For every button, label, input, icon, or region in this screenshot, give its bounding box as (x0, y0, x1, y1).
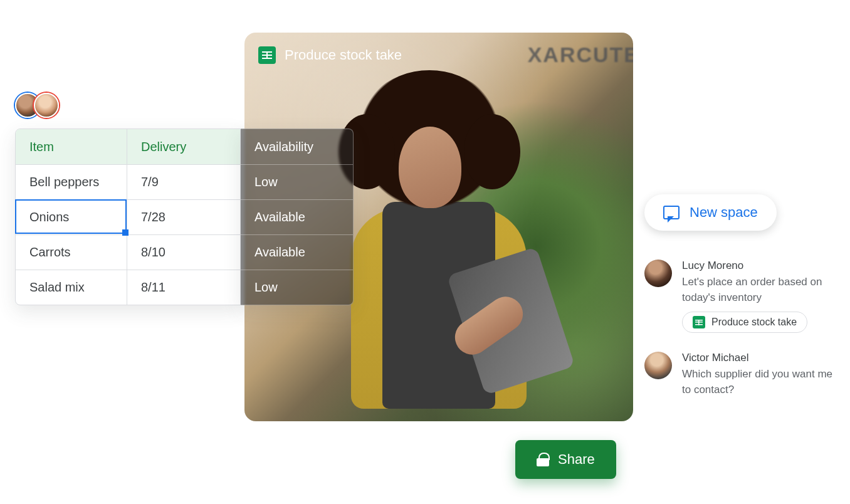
chat-message: Lucy Moreno Let's place an order based o… (644, 260, 832, 333)
share-button-label: Share (558, 451, 595, 468)
message-text: Which supplier did you want me to contac… (682, 367, 832, 397)
cell-availability[interactable]: Low (241, 270, 353, 305)
sheets-icon (693, 316, 705, 328)
table-row[interactable]: Available (241, 234, 353, 270)
cell-delivery[interactable]: 8/11 (127, 270, 240, 305)
cell-availability[interactable]: Available (241, 235, 353, 270)
chat-message: Victor Michael Which supplier did you wa… (644, 352, 832, 397)
collaborator-avatars (15, 93, 53, 118)
cell-item[interactable]: Salad mix (16, 270, 127, 305)
avatar[interactable] (34, 93, 59, 118)
document-title-bar: Produce stock take (258, 46, 402, 64)
header-delivery: Delivery (127, 129, 240, 164)
new-space-label: New space (690, 204, 758, 221)
cell-delivery[interactable]: 8/10 (127, 235, 240, 270)
table-row[interactable]: Salad mix 8/11 (16, 270, 240, 305)
message-author: Victor Michael (682, 352, 832, 364)
avatar[interactable] (644, 352, 672, 379)
table-row[interactable]: Onions 7/28 (16, 199, 240, 234)
header-availability: Availability (241, 129, 353, 164)
new-space-button[interactable]: New space (644, 194, 777, 231)
cell-delivery[interactable]: 7/28 (127, 200, 240, 234)
table-row[interactable]: Low (241, 270, 353, 305)
table-row[interactable]: Carrots 8/10 (16, 234, 240, 270)
background-sign-text: XARCUTE (528, 44, 633, 65)
attachment-chip[interactable]: Produce stock take (682, 312, 807, 333)
sheets-icon (258, 46, 276, 64)
chat-icon (663, 206, 679, 219)
table-row[interactable]: Low (241, 164, 353, 199)
cell-item[interactable]: Carrots (16, 235, 127, 270)
lock-icon (537, 453, 549, 466)
person-figure (326, 70, 552, 409)
header-row: Availability (241, 129, 353, 164)
message-text: Let's place an order based on today's in… (682, 275, 832, 305)
table-row[interactable]: Bell peppers 7/9 (16, 164, 240, 199)
message-author: Lucy Moreno (682, 260, 832, 272)
cell-availability[interactable]: Available (241, 200, 353, 234)
spreadsheet: Item Delivery Bell peppers 7/9 Onions 7/… (15, 129, 354, 305)
cell-item[interactable]: Onions (16, 200, 127, 234)
avatar[interactable] (644, 260, 672, 287)
share-button[interactable]: Share (515, 440, 616, 479)
cell-availability[interactable]: Low (241, 165, 353, 199)
header-row: Item Delivery (16, 129, 240, 164)
document-title: Produce stock take (285, 47, 402, 63)
attachment-label: Produce stock take (711, 317, 797, 328)
cell-delivery[interactable]: 7/9 (127, 165, 240, 199)
header-item: Item (16, 129, 127, 164)
cell-item[interactable]: Bell peppers (16, 165, 127, 199)
table-row[interactable]: Available (241, 199, 353, 234)
